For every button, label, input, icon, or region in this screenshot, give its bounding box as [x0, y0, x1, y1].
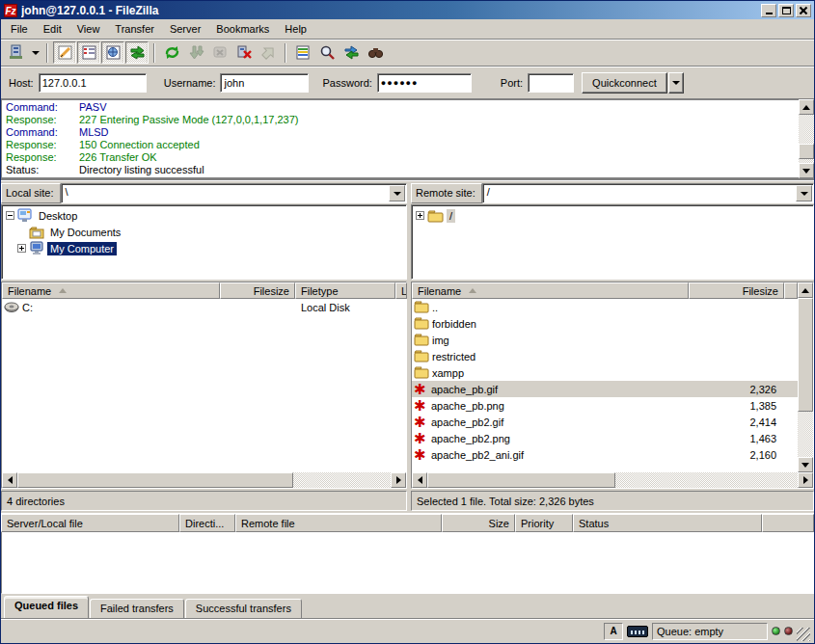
column-header-size[interactable]: Size [442, 514, 515, 532]
message-log[interactable]: Command:PASV Response:227 Entering Passi… [1, 99, 799, 178]
collapse-icon[interactable] [6, 211, 14, 220]
minimize-button[interactable] [761, 4, 776, 17]
file-row[interactable]: .. [412, 299, 798, 315]
scroll-track[interactable] [799, 115, 814, 163]
scroll-thumb[interactable] [17, 472, 293, 488]
filter-button[interactable] [291, 41, 314, 64]
local-site-path[interactable]: \ [62, 184, 388, 202]
quickconnect-dropdown[interactable] [668, 72, 684, 94]
scroll-right-button[interactable] [391, 472, 406, 488]
tree-item-my-computer[interactable]: My Computer [6, 240, 406, 256]
menu-bookmarks[interactable]: Bookmarks [208, 21, 277, 37]
tree-item-my-documents[interactable]: My Documents [6, 224, 406, 240]
scroll-thumb[interactable] [427, 472, 615, 488]
scroll-up-button[interactable] [798, 282, 813, 298]
password-input[interactable] [377, 73, 472, 93]
scroll-down-button[interactable] [798, 457, 813, 472]
file-row-c-drive[interactable]: C: Local Disk [2, 299, 406, 315]
compare-button[interactable] [315, 41, 339, 64]
remote-site-path[interactable]: / [483, 184, 795, 202]
scroll-track[interactable] [17, 472, 391, 488]
username-input[interactable] [220, 73, 309, 93]
file-row[interactable]: ✱apache_pb2.png1,463 [412, 430, 798, 446]
cancel-button[interactable] [208, 41, 231, 64]
menu-edit[interactable]: Edit [36, 21, 69, 37]
file-row[interactable]: ✱apache_pb2.gif2,414 [412, 414, 798, 430]
column-header-filesize[interactable]: Filesize [689, 282, 784, 299]
column-header-remote-file[interactable]: Remote file [235, 514, 442, 532]
toggle-remote-tree-button[interactable] [101, 41, 124, 64]
column-header-filename[interactable]: Filename [2, 282, 220, 299]
tab-successful-transfers[interactable]: Successful transfers [185, 599, 302, 618]
scroll-track[interactable] [798, 298, 813, 457]
host-input[interactable] [39, 73, 147, 93]
menu-transfer[interactable]: Transfer [107, 21, 162, 37]
menu-view[interactable]: View [69, 21, 108, 37]
port-input[interactable] [528, 73, 574, 93]
process-queue-button[interactable] [184, 41, 207, 64]
tree-item-root[interactable]: / [416, 207, 813, 224]
maximize-button[interactable] [778, 4, 794, 17]
find-files-button[interactable] [364, 41, 387, 64]
title-bar[interactable]: Fz john@127.0.0.1 - FileZilla [1, 1, 814, 19]
column-header-priority[interactable]: Priority [515, 514, 573, 532]
scroll-thumb[interactable] [798, 298, 813, 412]
disconnect-button[interactable] [232, 41, 256, 64]
menu-server[interactable]: Server [162, 21, 208, 37]
file-row[interactable]: img [412, 332, 798, 348]
quickconnect-button[interactable]: Quickconnect [582, 72, 667, 94]
scroll-left-button[interactable] [412, 472, 427, 488]
file-row[interactable]: ✱apache_pb2_ani.gif2,160 [412, 446, 798, 463]
file-row[interactable]: restricted [412, 348, 798, 364]
remote-horizontal-scrollbar[interactable] [412, 472, 813, 488]
refresh-button[interactable] [160, 41, 183, 64]
tab-failed-transfers[interactable]: Failed transfers [90, 599, 184, 618]
file-row[interactable]: xampp [412, 364, 798, 381]
column-header-direction[interactable]: Directi... [179, 514, 235, 532]
local-horizontal-scrollbar[interactable] [2, 472, 406, 488]
column-header-filesize[interactable]: Filesize [220, 282, 295, 299]
file-row[interactable]: forbidden [412, 315, 798, 332]
remote-site-combobox[interactable]: / [482, 183, 814, 203]
file-size: 2,326 [689, 384, 784, 395]
scroll-up-button[interactable] [799, 99, 814, 115]
expand-icon[interactable] [17, 244, 26, 253]
toggle-queue-button[interactable] [125, 41, 149, 64]
column-header-lastmodified[interactable]: L [395, 282, 407, 299]
local-list-body[interactable]: C: Local Disk [2, 299, 406, 472]
local-site-combobox[interactable]: \ [61, 183, 407, 203]
menu-help[interactable]: Help [277, 21, 314, 37]
scroll-track[interactable] [427, 472, 798, 488]
file-row[interactable]: ✱apache_pb.png1,385 [412, 397, 798, 414]
remote-directory-tree[interactable]: / [411, 204, 814, 280]
local-directory-tree[interactable]: Desktop My Documents My Computer [1, 204, 407, 280]
column-header-filetype[interactable]: Filetype [295, 282, 395, 299]
scroll-thumb[interactable] [799, 144, 814, 159]
site-manager-button[interactable] [5, 41, 28, 64]
toggle-local-tree-button[interactable] [77, 41, 100, 64]
column-header-filename[interactable]: Filename [412, 282, 689, 299]
resize-grip[interactable] [797, 628, 810, 641]
column-header-server-local-file[interactable]: Server/Local file [1, 514, 179, 532]
close-button[interactable] [796, 4, 811, 17]
reconnect-button[interactable] [257, 41, 280, 64]
column-header-status[interactable]: Status [573, 514, 762, 532]
scroll-down-button[interactable] [799, 163, 814, 178]
menu-file[interactable]: File [3, 21, 36, 37]
log-vertical-scrollbar[interactable] [799, 99, 814, 178]
remote-list-body[interactable]: .. forbidden img restricted xampp ✱apach… [412, 299, 798, 472]
queue-list[interactable] [1, 532, 814, 594]
file-row-selected[interactable]: ✱apache_pb.gif2,326 [412, 381, 798, 397]
sync-browse-button[interactable] [340, 41, 363, 64]
toggle-log-button[interactable] [53, 41, 76, 64]
remote-vertical-scrollbar[interactable] [798, 282, 813, 472]
scroll-right-button[interactable] [798, 472, 813, 488]
remote-site-dropdown[interactable] [796, 185, 812, 201]
scroll-left-button[interactable] [2, 472, 17, 488]
expand-icon[interactable] [416, 211, 424, 220]
tab-queued-files[interactable]: Queued files [4, 596, 89, 618]
file-name: apache_pb.gif [431, 384, 498, 395]
tree-item-desktop[interactable]: Desktop [6, 207, 406, 224]
local-site-dropdown[interactable] [389, 185, 405, 201]
site-manager-dropdown[interactable] [29, 41, 41, 64]
